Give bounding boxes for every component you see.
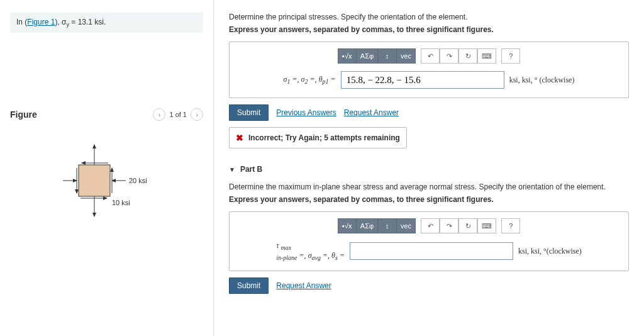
partB-submit-button[interactable]: Submit [229, 277, 269, 294]
redo-button[interactable]: ↷ [440, 48, 458, 64]
partA-feedback: ✖ Incorrect; Try Again; 5 attempts remai… [229, 127, 407, 148]
templates-button[interactable]: ▪√x [338, 218, 357, 233]
help-button[interactable]: ? [501, 218, 520, 233]
incorrect-icon: ✖ [236, 133, 243, 143]
partB-units: ksi, ksi, °(clockwise) [518, 247, 582, 256]
partA-answer-block: ▪√x ΑΣφ ↕ vec ↶ ↷ ↻ ⌨ ? σ1 =, σ2 =, θp1 … [229, 42, 629, 98]
partB-prompt: Determine the maximum in-plane shear str… [229, 182, 629, 191]
greek-button[interactable]: ΑΣφ [357, 218, 378, 233]
partA-previous-answers-link[interactable]: Previous Answers [276, 108, 336, 117]
partA-prompt: Determine the principal stresses. Specif… [229, 13, 629, 21]
partB-header[interactable]: ▼ Part B [229, 165, 629, 174]
figure-prev-button[interactable]: ‹ [153, 108, 165, 121]
collapse-icon: ▼ [229, 166, 235, 173]
figure-next-button[interactable]: › [191, 108, 203, 121]
figure-title: Figure [10, 109, 37, 120]
partB-answer-block: ▪√x ΑΣφ ↕ vec ↶ ↷ ↻ ⌨ ? τ maxin-plane =,… [229, 211, 629, 271]
partA-answer-input[interactable] [341, 71, 504, 89]
partA-answer-label: σ1 =, σ2 =, θp1 = [284, 75, 336, 85]
partA-instruction: Express your answers, separated by comma… [229, 25, 629, 34]
undo-button[interactable]: ↶ [421, 48, 440, 64]
partA-request-answer-link[interactable]: Request Answer [344, 108, 399, 117]
subscript-button[interactable]: ↕ [378, 218, 397, 233]
keyboard-button[interactable]: ⌨ [477, 218, 496, 233]
subscript-button[interactable]: ↕ [378, 48, 397, 64]
partB-answer-input[interactable] [350, 242, 513, 260]
reset-button[interactable]: ↻ [458, 218, 477, 233]
partA-submit-button[interactable]: Submit [229, 104, 269, 121]
figure-diagram: 20 ksi 10 ksi [10, 133, 203, 228]
redo-button[interactable]: ↷ [440, 218, 458, 233]
templates-button[interactable]: ▪√x [338, 48, 357, 64]
partA-units: ksi, ksi, ° (clockwise) [509, 76, 575, 85]
svg-rect-0 [79, 165, 110, 196]
svg-text:10 ksi: 10 ksi [112, 199, 130, 206]
help-button[interactable]: ? [501, 48, 520, 64]
svg-text:20 ksi: 20 ksi [129, 177, 147, 184]
partB-request-answer-link[interactable]: Request Answer [276, 281, 331, 290]
partB-instruction: Express your answers, separated by comma… [229, 195, 629, 204]
vec-button[interactable]: vec [397, 218, 416, 233]
figure-pager-label: 1 of 1 [169, 111, 187, 118]
undo-button[interactable]: ↶ [421, 218, 440, 233]
figure-link[interactable]: Figure 1 [27, 18, 55, 26]
greek-button[interactable]: ΑΣφ [357, 48, 378, 64]
given-info: In (Figure 1), σy = 13.1 ksi. [10, 13, 203, 33]
reset-button[interactable]: ↻ [458, 48, 477, 64]
partB-answer-label: τ maxin-plane =, σavg =, θs = [276, 241, 345, 262]
keyboard-button[interactable]: ⌨ [477, 48, 496, 64]
vec-button[interactable]: vec [397, 48, 416, 64]
